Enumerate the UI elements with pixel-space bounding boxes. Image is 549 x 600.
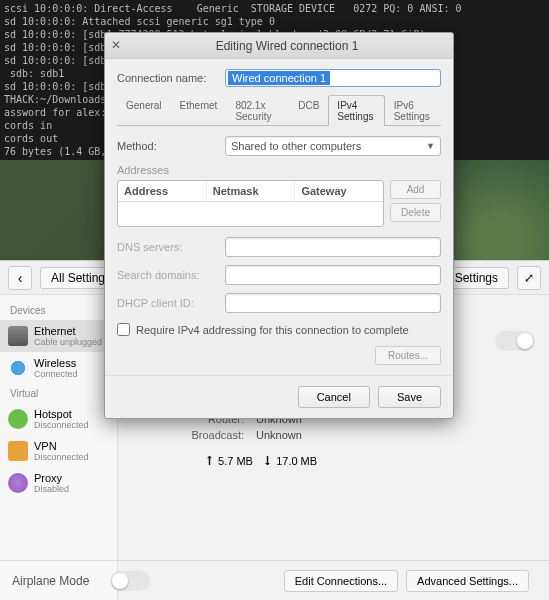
dns-input [225, 237, 441, 257]
wireless-icon [8, 358, 28, 378]
save-button[interactable]: Save [378, 386, 441, 408]
edit-connection-dialog: ✕ Editing Wired connection 1 Connection … [104, 32, 454, 419]
sidebar-item-proxy[interactable]: ProxyDisabled [0, 467, 117, 499]
tab-general[interactable]: General [117, 95, 171, 126]
connection-name-label: Connection name: [117, 72, 217, 84]
tab-ipv6[interactable]: IPv6 Settings [385, 95, 441, 126]
tabs: General Ethernet 802.1x Security DCB IPv… [117, 95, 441, 126]
sidebar-item-ethernet[interactable]: EthernetCable unplugged [0, 320, 117, 352]
traffic-stats: 🠕 5.7 MB 🠗 17.0 MB [204, 455, 533, 467]
sidebar-item-hotspot[interactable]: HotspotDisconnected [0, 403, 117, 435]
addresses-table[interactable]: Address Netmask Gateway [117, 180, 384, 227]
search-domains-input [225, 265, 441, 285]
routes-button[interactable]: Routes... [375, 346, 441, 365]
addresses-label: Addresses [117, 164, 441, 176]
back-button[interactable]: ‹ [8, 266, 32, 290]
method-select[interactable]: Shared to other computers ▼ [225, 136, 441, 156]
hotspot-icon [8, 409, 28, 429]
upload-icon: 🠕 [204, 455, 215, 467]
advanced-settings-button[interactable]: Advanced Settings... [406, 570, 529, 592]
edit-connections-button[interactable]: Edit Connections... [284, 570, 398, 592]
tab-ipv4[interactable]: IPv4 Settings [328, 95, 384, 126]
dialog-title: Editing Wired connection 1 [127, 39, 447, 53]
sidebar-item-vpn[interactable]: VPNDisconnected [0, 435, 117, 467]
airplane-mode-toggle[interactable] [110, 571, 150, 591]
tab-ethernet[interactable]: Ethernet [171, 95, 227, 126]
airplane-mode-label: Airplane Mode [0, 574, 110, 588]
sidebar: Devices EthernetCable unplugged Wireless… [0, 295, 118, 600]
dhcp-client-id-input [225, 293, 441, 313]
add-address-button[interactable]: Add [390, 180, 441, 199]
tab-dcb[interactable]: DCB [289, 95, 328, 126]
close-icon[interactable]: ✕ [111, 38, 127, 54]
dns-label: DNS servers: [117, 241, 217, 253]
connection-name-input[interactable]: Wired connection 1 [225, 69, 441, 87]
require-ipv4-label: Require IPv4 addressing for this connect… [136, 324, 409, 336]
cancel-button[interactable]: Cancel [298, 386, 370, 408]
connection-toggle[interactable] [495, 331, 535, 351]
require-ipv4-checkbox[interactable] [117, 323, 130, 336]
delete-address-button[interactable]: Delete [390, 203, 441, 222]
expand-button[interactable]: ⤢ [517, 266, 541, 290]
chevron-down-icon: ▼ [426, 141, 435, 151]
lock-icon [8, 441, 28, 461]
search-domains-label: Search domains: [117, 269, 217, 281]
sidebar-heading-virtual: Virtual [0, 384, 117, 403]
tab-8021x[interactable]: 802.1x Security [226, 95, 289, 126]
ethernet-icon [8, 326, 28, 346]
method-label: Method: [117, 140, 217, 152]
sidebar-item-wireless[interactable]: WirelessConnected [0, 352, 117, 384]
dhcp-client-id-label: DHCP client ID: [117, 297, 217, 309]
proxy-icon [8, 473, 28, 493]
sidebar-heading-devices: Devices [0, 301, 117, 320]
download-icon: 🠗 [262, 455, 273, 467]
